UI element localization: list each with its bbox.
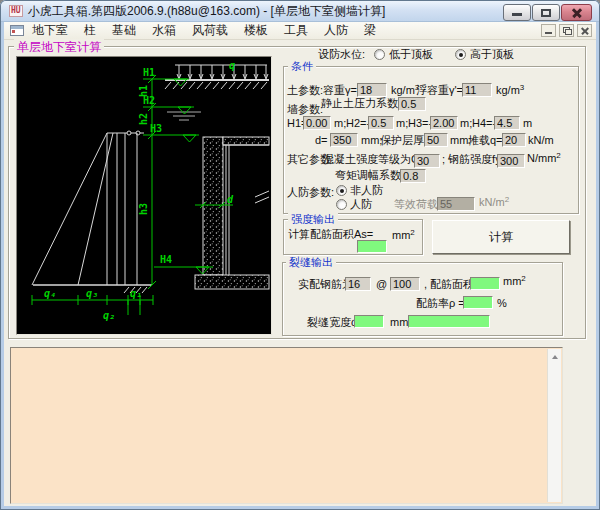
ratio-label: 配筋率ρ =	[416, 297, 465, 310]
label-h2: h2	[138, 113, 149, 125]
moment-factor-label: 弯矩调幅系数=	[335, 169, 407, 182]
window-title: 小虎工具箱.第四版2006.9.(h88u@163.com) - [单层地下室侧…	[28, 3, 386, 20]
radio-below-roof-label: 低于顶板	[389, 48, 433, 61]
label-q3: q₃	[86, 288, 98, 299]
app-window: HU 小虎工具箱.第四版2006.9.(h88u@163.com) - [单层地…	[0, 0, 600, 510]
menu-foundation[interactable]: 基础	[104, 22, 144, 40]
label-q: q	[229, 60, 235, 71]
menu-column[interactable]: 柱	[76, 22, 104, 40]
title-bar: HU 小虎工具箱.第四版2006.9.(h88u@163.com) - [单层地…	[1, 1, 599, 22]
thickness-input[interactable]	[330, 133, 358, 147]
ratio-output	[463, 296, 493, 309]
menu-civildefense[interactable]: 人防	[316, 22, 356, 40]
ratio-unit: %	[497, 297, 507, 310]
unit-weight-input[interactable]	[357, 83, 387, 97]
h1-input[interactable]	[303, 116, 331, 130]
menu-slab[interactable]: 楼板	[236, 22, 276, 40]
mdi-minimize-button[interactable]	[541, 24, 556, 37]
steel-strength-unit: N/mm2	[527, 152, 561, 166]
footing	[195, 275, 269, 289]
menu-watertank[interactable]: 水箱	[144, 22, 184, 40]
calc-area-unit: mm2	[392, 229, 415, 243]
mdi-minimize-icon	[545, 32, 552, 34]
diagram-canvas: q H1 H2 H3 H4 h1 h2 h3 d q₄ q₃ q₁ q₂	[16, 56, 272, 335]
rebar-diameter-input[interactable]	[345, 277, 371, 291]
wall-params-label: 墙参数:	[287, 103, 323, 116]
conditions-title: 条件	[288, 60, 316, 73]
menu-bar: 地下室 柱 基础 水箱 风荷载 楼板 工具 人防 梁	[4, 22, 596, 40]
h3-label: H3=-	[408, 117, 432, 130]
maximize-icon	[541, 9, 551, 17]
close-button[interactable]	[561, 4, 592, 21]
result-text	[15, 351, 543, 500]
surcharge-input[interactable]	[502, 133, 526, 147]
rebar-at-label: @	[376, 278, 387, 291]
minimize-button[interactable]	[503, 4, 531, 21]
actual-area-unit: mm2	[503, 275, 526, 289]
strength-title: 强度输出	[288, 213, 338, 226]
output-scrollbar[interactable]	[547, 349, 561, 502]
label-h1: h1	[138, 85, 149, 97]
calc-area-output	[357, 240, 387, 253]
unit-weight-label: 容重γ=	[323, 84, 357, 97]
frame-title: 单层地下室计算	[14, 39, 104, 56]
load-arrows	[177, 65, 268, 79]
crack-title: 裂缝输出	[286, 256, 336, 269]
radio-civil-label: 人防	[350, 198, 372, 211]
concrete-grade-label: 混凝土强度等级为C	[323, 153, 419, 166]
civil-defense-label: 人防参数:	[287, 186, 334, 199]
wall-section	[203, 137, 223, 275]
h4-unit: m	[523, 117, 532, 130]
k-coefficient-input[interactable]	[398, 97, 426, 111]
maximize-button[interactable]	[532, 4, 560, 21]
roof-slab	[223, 137, 269, 145]
menu-basement[interactable]: 地下室	[24, 22, 76, 40]
mdi-restore-button[interactable]	[559, 24, 574, 37]
mdi-close-button[interactable]	[577, 24, 592, 37]
h2-input[interactable]	[368, 116, 394, 130]
app-icon: HU	[9, 5, 23, 17]
thickness-label: d=	[315, 134, 328, 147]
radio-above-roof-label: 高于顶板	[470, 48, 514, 61]
child-window-icon[interactable]	[10, 25, 24, 36]
pressure-lines	[32, 131, 144, 285]
moment-factor-input[interactable]	[400, 169, 426, 183]
menu-windload[interactable]: 风荷载	[184, 22, 236, 40]
crack-width-output	[354, 315, 384, 328]
window-controls	[503, 4, 592, 21]
steel-strength-input[interactable]	[497, 154, 525, 168]
label-H3: H3	[150, 123, 162, 134]
label-d: d	[227, 194, 234, 205]
inner-face-lines	[223, 145, 269, 275]
label-h3: h3	[138, 203, 149, 215]
radio-civil[interactable]	[336, 199, 347, 210]
label-q1: q₁	[130, 288, 142, 299]
label-H1: H1	[143, 67, 155, 78]
mdi-controls	[541, 24, 592, 37]
label-q2: q₂	[103, 310, 115, 321]
soil-params-label: 土参数:	[287, 84, 323, 97]
crack-note-output	[408, 315, 490, 328]
cover-label: 保护层厚	[380, 134, 424, 147]
cover-input[interactable]	[424, 133, 448, 147]
menu-beam[interactable]: 梁	[356, 22, 384, 40]
h4-label: H4=-	[472, 117, 496, 130]
buoyant-weight-input[interactable]	[462, 83, 492, 97]
h3-unit: m;	[460, 117, 472, 130]
radio-below-roof[interactable]	[374, 49, 385, 60]
concrete-grade-input[interactable]	[414, 154, 440, 168]
equiv-load-input	[437, 197, 475, 211]
radio-non-civil[interactable]	[336, 185, 347, 196]
radio-above-roof[interactable]	[455, 49, 466, 60]
water-level-label: 设防水位:	[318, 48, 365, 61]
rebar-spacing-input[interactable]	[390, 277, 420, 291]
crack-width-unit: mm	[390, 316, 408, 329]
h3-input[interactable]	[430, 116, 458, 130]
calculate-button[interactable]: 计算	[432, 220, 570, 254]
scroll-up-icon	[552, 355, 558, 359]
surcharge-unit: kN/m	[528, 134, 554, 147]
result-output-area[interactable]	[10, 347, 563, 504]
break-symbol	[255, 191, 269, 203]
h4-input[interactable]	[494, 116, 520, 130]
menu-tools[interactable]: 工具	[276, 22, 316, 40]
